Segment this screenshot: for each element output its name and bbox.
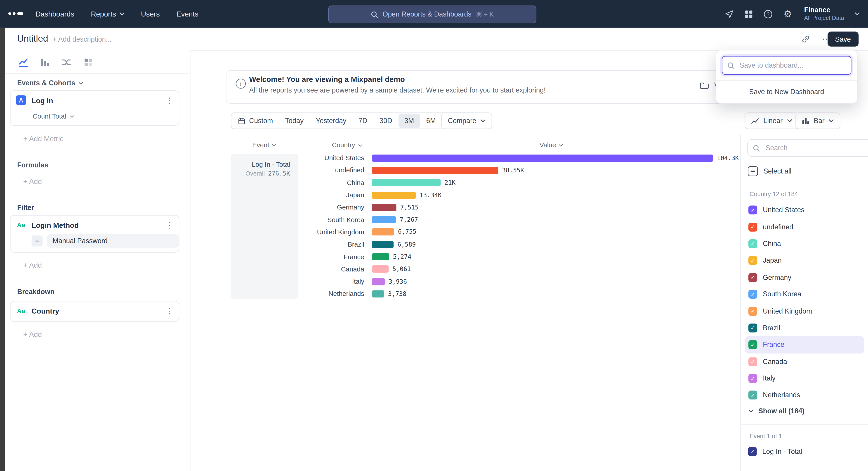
global-search-button[interactable]: Open Reports & Dashboards ⌘ + K: [328, 5, 536, 23]
country-checkbox[interactable]: ✓: [748, 357, 757, 366]
country-filter-row[interactable]: ✓Canada: [745, 353, 864, 370]
compare-button[interactable]: Compare: [441, 112, 492, 129]
project-switcher[interactable]: Finance All Project Data: [804, 6, 844, 22]
event-name[interactable]: Log In: [32, 96, 160, 105]
country-checkbox[interactable]: ✓: [748, 307, 757, 316]
copy-link-icon[interactable]: [802, 35, 810, 43]
range-yesterday[interactable]: Yesterday: [310, 114, 352, 128]
report-title[interactable]: Untitled: [17, 33, 48, 44]
bar[interactable]: [372, 241, 394, 248]
country-checkbox[interactable]: ✓: [748, 273, 757, 282]
country-checkbox[interactable]: ✓: [748, 340, 757, 349]
events-section-header[interactable]: Events & Cohorts: [17, 79, 83, 87]
bar-category-label: Netherlands: [231, 290, 364, 298]
country-filter-row[interactable]: ✓Italy: [745, 370, 864, 387]
add-filter-button[interactable]: + Add: [23, 261, 42, 269]
save-to-new-dashboard[interactable]: Save to New Dashboard: [716, 81, 857, 103]
country-checkbox[interactable]: ✓: [748, 206, 757, 214]
country-filter-row[interactable]: ✓Netherlands: [745, 387, 864, 404]
range-custom[interactable]: Custom: [232, 114, 279, 128]
country-filter-row[interactable]: ✓United States: [745, 202, 864, 218]
bar-value-label: 3,738: [388, 290, 406, 297]
help-icon[interactable]: ?: [764, 9, 773, 19]
filter-search-input[interactable]: [765, 143, 868, 152]
country-checkbox[interactable]: ✓: [748, 324, 757, 332]
event-filter-row[interactable]: ✓ Log In - Total: [748, 447, 802, 456]
apps-grid-icon[interactable]: [745, 10, 753, 18]
country-checkbox[interactable]: ✓: [748, 374, 757, 383]
filter-operator[interactable]: =: [32, 235, 43, 246]
kebab-menu-icon[interactable]: ⋮: [165, 96, 173, 104]
country-checkbox[interactable]: ✓: [748, 391, 757, 400]
country-filter-row[interactable]: ✓France: [745, 336, 864, 353]
aggregation-selector[interactable]: Count Total: [11, 110, 179, 123]
send-feedback-icon[interactable]: [725, 9, 735, 19]
bar-category-label: Canada: [231, 265, 364, 273]
country-filter-row[interactable]: ✓Germany: [745, 269, 864, 286]
breakdown-card[interactable]: Aa Country ⋮: [10, 301, 179, 322]
kebab-menu-icon[interactable]: ⋮: [165, 307, 173, 315]
country-filter-row[interactable]: ✓undefined: [745, 218, 864, 235]
bar[interactable]: [372, 192, 416, 199]
nav-events[interactable]: Events: [176, 10, 198, 18]
add-formula-button[interactable]: + Add: [23, 177, 42, 186]
bar[interactable]: [372, 167, 498, 174]
country-checkbox[interactable]: ✓: [748, 239, 757, 248]
add-breakdown-button[interactable]: + Add: [23, 330, 42, 338]
select-all-row[interactable]: Select all: [748, 166, 792, 176]
column-header-event[interactable]: Event: [231, 141, 298, 149]
chart-type-selector[interactable]: Bar: [796, 112, 840, 129]
bar[interactable]: [372, 229, 394, 236]
country-filter-row[interactable]: ✓China: [745, 235, 864, 252]
country-filter-row[interactable]: ✓South Korea: [745, 286, 864, 303]
chevron-down-icon[interactable]: [855, 12, 860, 16]
line-trend-icon: [751, 118, 759, 124]
country-checkbox[interactable]: ✓: [748, 256, 757, 265]
country-filter-row[interactable]: ✓United Kingdom: [745, 303, 864, 319]
country-checkbox[interactable]: ✓: [748, 223, 757, 231]
kebab-menu-icon[interactable]: ⋮: [165, 221, 173, 229]
range-3m[interactable]: 3M: [398, 114, 420, 128]
show-all-button[interactable]: Show all (184): [748, 407, 804, 415]
mixpanel-logo[interactable]: [8, 12, 23, 15]
bar[interactable]: [372, 253, 389, 260]
country-checkbox[interactable]: ✓: [748, 290, 757, 299]
bar[interactable]: [372, 204, 397, 211]
bar[interactable]: [372, 179, 441, 186]
bar[interactable]: [372, 290, 384, 297]
range-30d[interactable]: 30D: [373, 114, 398, 128]
range-7d[interactable]: 7D: [352, 114, 373, 128]
save-dashboard-input[interactable]: [739, 61, 846, 70]
filter-property-name[interactable]: Login Method: [32, 221, 160, 229]
tab-flows-icon[interactable]: [60, 55, 72, 69]
add-description[interactable]: + Add description...: [53, 35, 112, 43]
column-header-country[interactable]: Country: [315, 141, 379, 149]
filter-card[interactable]: Aa Login Method ⋮ = Manual Password: [10, 215, 179, 253]
country-filter-row[interactable]: ✓Japan: [745, 252, 864, 269]
event-checkbox[interactable]: ✓: [748, 447, 757, 456]
nav-users[interactable]: Users: [141, 10, 160, 18]
metric-card[interactable]: A Log In ⋮ Count Total: [10, 90, 179, 126]
tab-funnels-icon[interactable]: [39, 55, 51, 69]
tab-retention-icon[interactable]: [82, 55, 94, 69]
country-filter-row[interactable]: ✓Brazil: [745, 319, 864, 336]
save-dashboard-search[interactable]: [722, 56, 851, 75]
settings-gear-icon[interactable]: ⚙: [783, 9, 792, 19]
tab-insights-icon[interactable]: [17, 55, 29, 69]
range-6m[interactable]: 6M: [420, 114, 442, 128]
bar[interactable]: [372, 216, 396, 223]
breakdown-property-name[interactable]: Country: [32, 307, 160, 315]
range-today[interactable]: Today: [279, 114, 310, 128]
scale-selector[interactable]: Linear: [745, 112, 799, 129]
bar[interactable]: [372, 154, 713, 161]
filter-value[interactable]: Manual Password: [47, 234, 179, 248]
bar[interactable]: [372, 266, 389, 273]
column-header-value[interactable]: Value: [498, 141, 604, 149]
add-metric-button[interactable]: + Add Metric: [23, 135, 64, 143]
bar[interactable]: [372, 278, 385, 285]
save-button[interactable]: Save: [827, 32, 859, 47]
filter-search[interactable]: [747, 139, 868, 157]
nav-dashboards[interactable]: Dashboards: [35, 10, 74, 18]
nav-reports[interactable]: Reports: [91, 10, 124, 18]
select-all-checkbox[interactable]: [748, 166, 758, 176]
